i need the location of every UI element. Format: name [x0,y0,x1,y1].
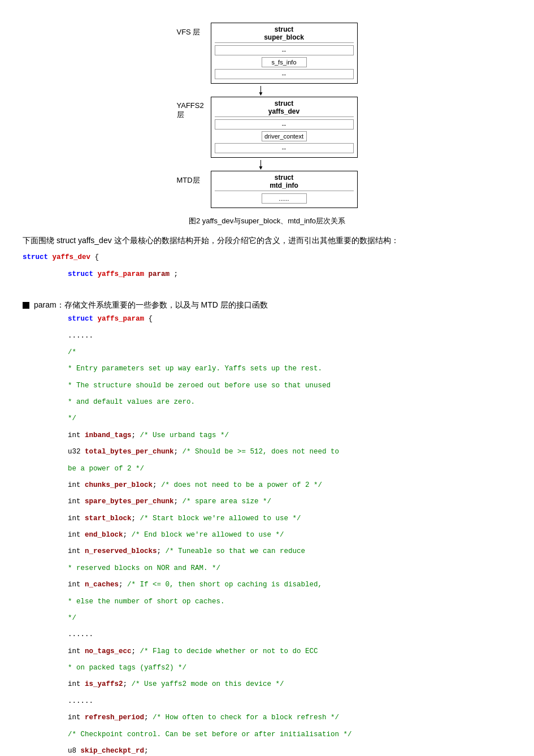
yaffs2-box: structyaffs_dev -- driver_context -- [211,97,358,158]
vfs-item-2: -- [215,69,354,79]
struct-name-yaffs-dev: yaffs_dev [53,253,91,261]
chunks-per-block-line: int chunks_per_block; /* does not need t… [68,480,511,491]
spare-bytes-line: int spare_bytes_per_chunk; /* spare area… [68,496,511,507]
open-brace2: { [149,315,153,323]
yaffs-param-name: yaffs_param [98,270,145,278]
bullet-icon [23,302,29,309]
mtd-struct-name: structmtd_info [215,174,354,191]
layer-diagram: VFS 层 structsuper_block -- s_fs_info -- … [177,23,358,210]
struct-keyword: struct [23,253,48,261]
comment-block-close: */ [68,413,511,424]
dots-line1: ...... [68,331,511,342]
struct-yaffs-param-open: struct yaffs_param { [68,314,511,325]
yaffs-param-struct: yaffs_param [98,315,145,323]
param-header-text: param：存储文件系统重要的一些参数，以及与 MTD 层的接口函数 [34,300,268,310]
yaffs2-item-1: driver_context [262,131,307,141]
comment-line1: * Entry parameters set up way early. Yaf… [68,364,511,374]
vfs-struct-name: structsuper_block [215,25,354,43]
open-brace: { [95,253,99,261]
diagram-container: VFS 层 structsuper_block -- s_fs_info -- … [23,23,511,210]
yaffs2-label: YAFFS2 层 [177,97,211,120]
struct-yaffs-dev-open: struct yaffs_dev { [23,252,511,263]
no-tags-ecc-line: int no_tags_ecc; /* Flag to decide wheth… [68,646,511,657]
total-bytes-cont: be a power of 2 */ [68,464,511,474]
inband-tags-line: int inband_tags; /* Use urband tags */ [68,430,511,441]
comment-line2: * The structure should be zeroed out bef… [68,381,511,391]
param-section-header: param：存储文件系统重要的一些参数，以及与 MTD 层的接口函数 [23,300,511,310]
param-var: param [149,270,170,278]
checkpoint-comment: /* Checkpoint control. Can be set before… [68,729,511,740]
vfs-item-1: s_fs_info [262,57,307,67]
mtd-layer-row: MTD层 structmtd_info ...... [177,171,358,208]
n-reserved-line: int n_reserved_blocks; /* Tuneable so th… [68,546,511,557]
arrow-vfs-yaffs: ▼ [211,86,358,97]
mtd-item-0: ...... [262,193,307,204]
is-yaffs2-line: int is_yaffs2; /* Use yaffs2 mode on thi… [68,679,511,690]
dots-line2: ...... [68,629,511,640]
arrow-yaffs-mtd: ▼ [211,160,358,171]
struct-kw2: struct [68,270,93,278]
n-caches-line: int n_caches; /* If <= 0, then short op … [68,580,511,590]
vfs-layer-row: VFS 层 structsuper_block -- s_fs_info -- [177,23,358,84]
n-caches-cont1: * else the number of short op caches. [68,597,511,607]
struct-kw3: struct [68,315,93,323]
dots-line3: ...... [68,696,511,707]
vfs-box: structsuper_block -- s_fs_info -- [211,23,358,84]
start-block-line: int start_block; /* Start block we're al… [68,513,511,524]
comment-line3: * and default values are zero. [68,397,511,408]
vfs-item-0: -- [215,45,354,55]
n-caches-cont2: */ [68,613,511,624]
vfs-label: VFS 层 [177,23,211,37]
yaffs2-item-2: -- [215,143,354,153]
comment-block-open: /* [68,347,511,358]
total-bytes-line: u32 total_bytes_per_chunk; /* Should be … [68,447,511,457]
mtd-box: structmtd_info ...... [211,171,358,208]
n-reserved-cont: * reserved blocks on NOR and RAM. */ [68,563,511,574]
mtd-label: MTD层 [177,171,211,185]
diagram-caption: 图2 yaffs_dev与super_block、mtd_info层次关系 [23,216,511,226]
skip-checkpt-rd-line: u8 skip_checkpt_rd; [68,746,511,756]
intro-text: 下面围绕 struct yaffs_dev 这个最核心的数据结构开始，分段介绍它… [23,234,511,247]
yaffs2-layer-row: YAFFS2 层 structyaffs_dev -- driver_conte… [177,97,358,158]
param-declaration: struct yaffs_param param ; [68,269,511,280]
end-block-line: int end_block; /* End block we're allowe… [68,530,511,541]
no-tags-ecc-cont: * on packed tags (yaffs2) */ [68,663,511,673]
yaffs2-item-0: -- [215,119,354,129]
yaffs2-struct-name: structyaffs_dev [215,100,354,117]
refresh-period-line: int refresh_period; /* How often to chec… [68,712,511,723]
semi1: ; [174,270,179,278]
